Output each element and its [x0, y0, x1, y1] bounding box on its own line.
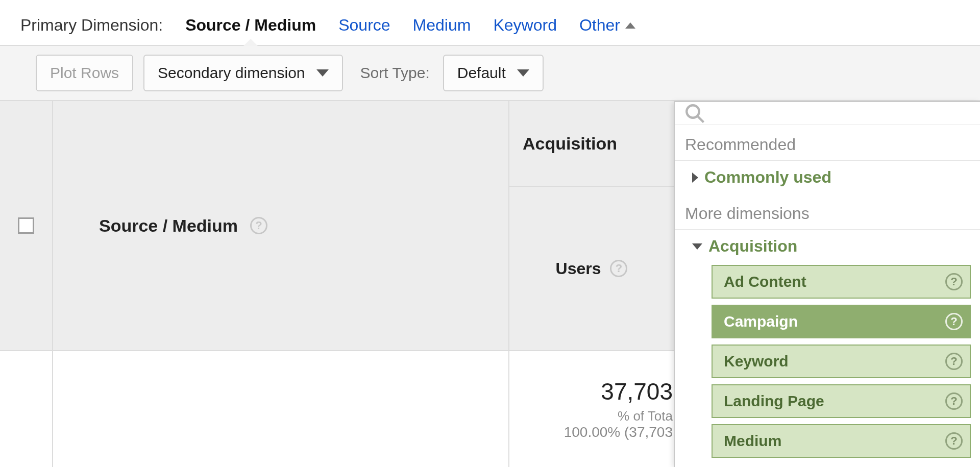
caret-down-icon — [517, 69, 529, 77]
column-group-acquisition: Acquisition Users ? 37,703 % of Tota 100… — [509, 101, 674, 467]
dimension-item-label: Medium — [724, 432, 781, 450]
users-header-label: Users — [556, 259, 601, 278]
data-table: Source / Medium ? Acquisition Users ? 37… — [0, 101, 674, 467]
sort-type-label: Sort Type: — [360, 64, 430, 82]
column-header-source-medium-label: Source / Medium — [99, 216, 238, 236]
caret-down-icon — [316, 69, 329, 77]
tab-medium[interactable]: Medium — [413, 16, 471, 45]
column-header-users[interactable]: Users ? — [509, 187, 674, 351]
help-icon[interactable]: ? — [945, 392, 963, 410]
svg-line-1 — [697, 116, 703, 122]
chevron-right-icon — [692, 173, 698, 183]
group-commonly-used-label: Commonly used — [704, 168, 831, 187]
row-checkbox-cell — [0, 351, 53, 467]
checkbox-icon — [18, 217, 34, 234]
more-dimensions-section-label: More dimensions — [675, 194, 980, 230]
help-icon[interactable]: ? — [945, 353, 963, 370]
tab-keyword[interactable]: Keyword — [493, 16, 557, 45]
group-commonly-used[interactable]: Commonly used — [675, 161, 980, 194]
dimension-item-label: Keyword — [724, 353, 789, 370]
group-acquisition[interactable]: Acquisition — [675, 230, 980, 263]
dimension-item-label: Campaign — [724, 313, 798, 330]
table-toolbar: Plot Rows Secondary dimension Sort Type:… — [0, 46, 980, 101]
users-total-cell: 37,703 % of Tota 100.00% (37,703 — [509, 351, 674, 467]
select-all-cell[interactable] — [0, 101, 53, 350]
acquisition-header-label: Acquisition — [523, 134, 617, 154]
tab-other-label: Other — [579, 16, 620, 35]
main-area: Source / Medium ? Acquisition Users ? 37… — [0, 101, 980, 467]
dimension-item-medium[interactable]: Medium ? — [712, 424, 971, 458]
users-total-value: 37,703 — [601, 378, 673, 405]
tab-source[interactable]: Source — [338, 16, 390, 45]
dimension-item-label: Ad Content — [724, 273, 806, 290]
secondary-dimension-button[interactable]: Secondary dimension — [143, 55, 343, 91]
secondary-dimension-label: Secondary dimension — [158, 64, 305, 82]
primary-dimension-label: Primary Dimension: — [20, 16, 163, 45]
users-pct-value: 100.00% (37,703 — [564, 424, 673, 440]
acquisition-items: Ad Content ? Campaign ? Keyword ? Landin… — [675, 263, 980, 467]
users-pct-label: % of Tota — [618, 408, 673, 424]
sort-type-value: Default — [457, 64, 506, 82]
sort-type-button[interactable]: Default — [443, 55, 544, 91]
search-icon — [684, 103, 705, 124]
recommended-section-label: Recommended — [675, 125, 980, 161]
primary-dimension-bar: Primary Dimension: Source / Medium Sourc… — [0, 0, 980, 46]
group-acquisition-label: Acquisition — [708, 237, 797, 256]
dimension-item-landing-page[interactable]: Landing Page ? — [712, 384, 971, 418]
dimension-item-campaign[interactable]: Campaign ? — [712, 305, 971, 338]
dimension-search-input[interactable] — [705, 102, 980, 125]
chevron-down-icon — [692, 243, 702, 250]
help-icon[interactable]: ? — [610, 260, 627, 277]
tab-source-medium[interactable]: Source / Medium — [185, 16, 316, 45]
column-header-source-medium[interactable]: Source / Medium ? — [53, 101, 509, 350]
caret-up-icon — [625, 22, 635, 29]
dimension-item-ad-content[interactable]: Ad Content ? — [712, 265, 971, 299]
dimension-item-keyword[interactable]: Keyword ? — [712, 345, 971, 378]
row-source-medium-cell — [53, 351, 509, 467]
plot-rows-label: Plot Rows — [50, 64, 119, 82]
dimension-dropdown-panel: Recommended Commonly used More dimension… — [674, 101, 980, 467]
help-icon[interactable]: ? — [945, 273, 963, 290]
dimension-item-label: Landing Page — [724, 392, 824, 410]
help-icon[interactable]: ? — [945, 432, 963, 450]
help-icon[interactable]: ? — [250, 217, 267, 234]
column-group-acquisition-header: Acquisition — [509, 101, 674, 187]
dimension-search-row — [675, 102, 980, 125]
help-icon[interactable]: ? — [945, 313, 963, 330]
plot-rows-button[interactable]: Plot Rows — [36, 55, 133, 91]
tab-other[interactable]: Other — [579, 16, 635, 45]
svg-point-0 — [687, 105, 699, 118]
